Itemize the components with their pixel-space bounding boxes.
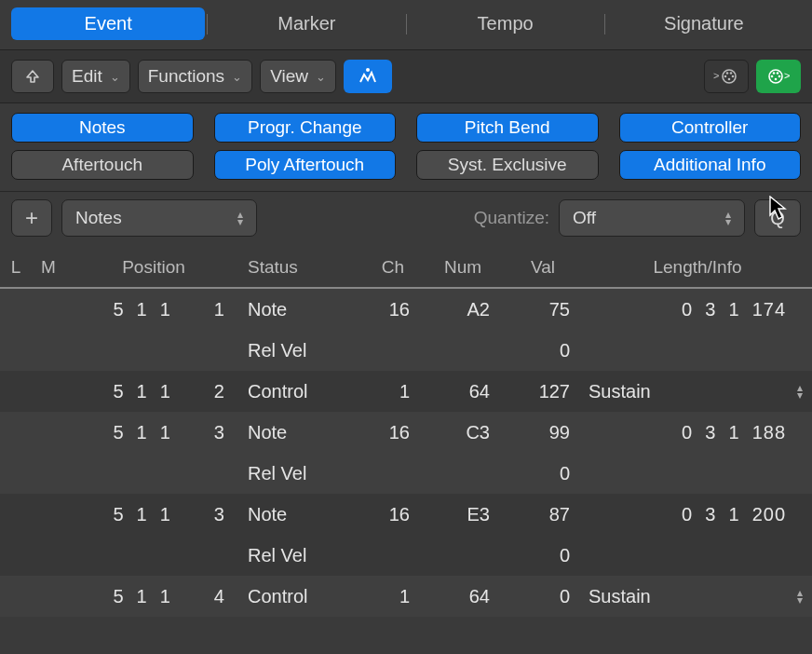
cell-channel[interactable]: 16 bbox=[363, 422, 423, 443]
cell-num[interactable]: 64 bbox=[423, 381, 503, 402]
hierarchy-up-button[interactable] bbox=[11, 60, 54, 93]
quantize-button[interactable]: Q bbox=[754, 199, 801, 237]
quantize-label: Quantize: bbox=[474, 208, 549, 228]
column-header-lock[interactable]: L bbox=[0, 257, 32, 278]
filter-notes[interactable]: Notes bbox=[11, 113, 194, 143]
column-header-status[interactable]: Status bbox=[242, 257, 363, 278]
cell-status[interactable]: Note bbox=[242, 299, 363, 320]
cell-position[interactable]: 5 1 1 1 bbox=[65, 299, 242, 320]
cell-val[interactable]: 99 bbox=[503, 422, 583, 443]
midi-in-button[interactable]: > bbox=[756, 60, 801, 93]
cell-length[interactable]: 0 3 1 200 bbox=[583, 504, 812, 525]
cell-channel[interactable]: 1 bbox=[363, 381, 423, 402]
arrow-up-icon bbox=[24, 68, 41, 85]
cell-status[interactable]: Rel Vel bbox=[242, 463, 363, 484]
cell-val[interactable]: 0 bbox=[503, 586, 583, 607]
cell-position[interactable]: 5 1 1 2 bbox=[65, 381, 242, 402]
midi-out-icon: > bbox=[713, 66, 739, 87]
chevron-down-icon: ⌄ bbox=[316, 70, 326, 84]
svg-point-9 bbox=[771, 75, 774, 78]
midi-out-button[interactable]: > bbox=[704, 60, 749, 93]
cell-position[interactable]: 5 1 1 4 bbox=[65, 586, 242, 607]
table-row[interactable]: Rel Vel0 bbox=[0, 330, 812, 371]
column-header-channel[interactable]: Ch bbox=[363, 257, 423, 278]
edit-menu[interactable]: Edit ⌄ bbox=[61, 60, 130, 93]
cell-status[interactable]: Rel Vel bbox=[242, 340, 363, 361]
svg-point-13 bbox=[775, 78, 778, 81]
cell-position[interactable]: 5 1 1 3 bbox=[65, 504, 242, 525]
cell-status[interactable]: Control bbox=[242, 381, 363, 402]
view-menu[interactable]: View ⌄ bbox=[260, 60, 336, 93]
svg-point-7 bbox=[728, 78, 731, 81]
cell-status[interactable]: Control bbox=[242, 586, 363, 607]
svg-text:>: > bbox=[784, 70, 790, 81]
quantize-value: Off bbox=[573, 208, 596, 228]
event-type-value: Notes bbox=[75, 208, 122, 228]
event-table-body: 5 1 1 1Note16A2750 3 1 174Rel Vel05 1 1 … bbox=[0, 289, 812, 617]
filter-controller[interactable]: Controller bbox=[619, 113, 802, 143]
cell-position[interactable]: 5 1 1 3 bbox=[65, 422, 242, 443]
column-header-length[interactable]: Length/Info bbox=[583, 257, 812, 278]
cell-num[interactable]: 64 bbox=[423, 586, 503, 607]
stepper-icon: ▴▾ bbox=[797, 589, 803, 604]
filter-program-change[interactable]: Progr. Change bbox=[214, 113, 397, 143]
table-row[interactable]: Rel Vel0 bbox=[0, 535, 812, 576]
event-type-select[interactable]: Notes ▴▾ bbox=[61, 199, 257, 237]
column-header-val[interactable]: Val bbox=[503, 257, 583, 278]
cell-val[interactable]: 0 bbox=[503, 545, 583, 566]
stepper-icon: ▴▾ bbox=[725, 211, 731, 225]
filter-poly-aftertouch[interactable]: Poly Aftertouch bbox=[214, 150, 397, 180]
cell-num[interactable]: C3 bbox=[423, 422, 503, 443]
cell-length[interactable]: Sustain▴▾ bbox=[583, 586, 812, 607]
filter-pitch-bend[interactable]: Pitch Bend bbox=[416, 113, 599, 143]
add-event-button[interactable]: + bbox=[11, 199, 52, 237]
stepper-icon: ▴▾ bbox=[797, 384, 803, 399]
cell-length[interactable]: Sustain▴▾ bbox=[583, 381, 812, 402]
svg-point-11 bbox=[773, 72, 776, 75]
filter-aftertouch[interactable]: Aftertouch bbox=[11, 150, 194, 180]
column-header-num[interactable]: Num bbox=[423, 257, 503, 278]
cell-val[interactable]: 0 bbox=[503, 463, 583, 484]
tab-separator bbox=[604, 14, 605, 34]
cell-val[interactable]: 75 bbox=[503, 299, 583, 320]
cell-num[interactable]: A2 bbox=[423, 299, 503, 320]
cell-num[interactable]: E3 bbox=[423, 504, 503, 525]
cell-status[interactable]: Rel Vel bbox=[242, 545, 363, 566]
svg-point-3 bbox=[724, 75, 727, 78]
catch-playhead-button[interactable] bbox=[344, 60, 392, 93]
cell-status[interactable]: Note bbox=[242, 504, 363, 525]
cell-channel[interactable]: 16 bbox=[363, 504, 423, 525]
cell-val[interactable]: 87 bbox=[503, 504, 583, 525]
svg-point-0 bbox=[366, 68, 370, 72]
table-row[interactable]: Rel Vel0 bbox=[0, 453, 812, 494]
midi-in-icon: > bbox=[765, 66, 792, 87]
cell-channel[interactable]: 1 bbox=[363, 586, 423, 607]
filter-additional-info[interactable]: Additional Info bbox=[619, 150, 802, 180]
table-row[interactable]: 5 1 1 2Control164127Sustain▴▾ bbox=[0, 371, 812, 412]
cell-channel[interactable]: 16 bbox=[363, 299, 423, 320]
column-header-mute[interactable]: M bbox=[32, 257, 65, 278]
filter-system-exclusive[interactable]: Syst. Exclusive bbox=[416, 150, 599, 180]
svg-point-4 bbox=[732, 75, 735, 78]
tab-signature[interactable]: Signature bbox=[607, 7, 801, 40]
quantize-select[interactable]: Off ▴▾ bbox=[559, 199, 745, 237]
cell-status[interactable]: Note bbox=[242, 422, 363, 443]
cell-length[interactable]: 0 3 1 188 bbox=[583, 422, 812, 443]
toolbar: Edit ⌄ Functions ⌄ View ⌄ > > bbox=[0, 49, 812, 103]
cell-val[interactable]: 127 bbox=[503, 381, 583, 402]
table-row[interactable]: 5 1 1 3Note16C3990 3 1 188 bbox=[0, 412, 812, 453]
add-event-bar: + Notes ▴▾ Quantize: Off ▴▾ Q bbox=[0, 191, 812, 248]
tab-marker[interactable]: Marker bbox=[210, 7, 403, 40]
cell-val[interactable]: 0 bbox=[503, 340, 583, 361]
cell-length[interactable]: 0 3 1 174 bbox=[583, 299, 812, 320]
svg-point-6 bbox=[730, 72, 733, 75]
tab-event[interactable]: Event bbox=[11, 7, 205, 40]
tab-tempo[interactable]: Tempo bbox=[409, 7, 602, 40]
edit-menu-label: Edit bbox=[72, 66, 102, 87]
functions-menu[interactable]: Functions ⌄ bbox=[138, 60, 252, 93]
table-row[interactable]: 5 1 1 3Note16E3870 3 1 200 bbox=[0, 494, 812, 535]
table-row[interactable]: 5 1 1 4Control1640Sustain▴▾ bbox=[0, 576, 812, 617]
column-header-position[interactable]: Position bbox=[65, 257, 242, 278]
tab-separator bbox=[406, 14, 407, 34]
table-row[interactable]: 5 1 1 1Note16A2750 3 1 174 bbox=[0, 289, 812, 330]
